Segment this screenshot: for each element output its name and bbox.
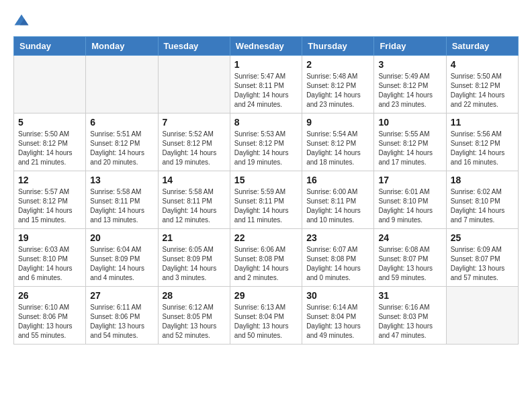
weekday-header: Tuesday — [158, 37, 230, 56]
calendar-cell: 8Sunrise: 5:53 AM Sunset: 8:12 PM Daylig… — [230, 113, 302, 171]
day-info: Sunrise: 5:47 AM Sunset: 8:11 PM Dayligh… — [234, 72, 298, 109]
day-info: Sunrise: 5:50 AM Sunset: 8:12 PM Dayligh… — [451, 72, 514, 109]
day-number: 5 — [18, 117, 81, 128]
calendar-cell: 26Sunrise: 6:10 AM Sunset: 8:06 PM Dayli… — [14, 287, 86, 345]
calendar-cell: 7Sunrise: 5:52 AM Sunset: 8:12 PM Daylig… — [158, 113, 230, 171]
calendar-cell: 31Sunrise: 6:16 AM Sunset: 8:03 PM Dayli… — [374, 287, 446, 345]
calendar-cell: 24Sunrise: 6:08 AM Sunset: 8:07 PM Dayli… — [374, 229, 446, 287]
day-number: 2 — [306, 59, 369, 70]
day-number: 31 — [378, 290, 441, 301]
weekday-header: Sunday — [14, 37, 86, 56]
day-info: Sunrise: 6:08 AM Sunset: 8:07 PM Dayligh… — [378, 245, 441, 283]
calendar-cell: 11Sunrise: 5:56 AM Sunset: 8:12 PM Dayli… — [446, 113, 518, 171]
weekday-header: Thursday — [302, 37, 374, 56]
day-info: Sunrise: 6:05 AM Sunset: 8:09 PM Dayligh… — [163, 245, 226, 283]
calendar-cell: 2Sunrise: 5:48 AM Sunset: 8:12 PM Daylig… — [302, 56, 374, 113]
calendar-cell: 13Sunrise: 5:58 AM Sunset: 8:11 PM Dayli… — [86, 171, 158, 229]
calendar-header-row: SundayMondayTuesdayWednesdayThursdayFrid… — [14, 37, 519, 56]
day-number: 4 — [451, 59, 514, 70]
day-number: 25 — [451, 232, 514, 243]
day-info: Sunrise: 6:14 AM Sunset: 8:04 PM Dayligh… — [306, 303, 369, 340]
day-info: Sunrise: 6:09 AM Sunset: 8:07 PM Dayligh… — [451, 245, 514, 283]
calendar-week-row: 5Sunrise: 5:50 AM Sunset: 8:12 PM Daylig… — [14, 113, 519, 171]
day-number: 24 — [378, 232, 441, 243]
day-info: Sunrise: 5:51 AM Sunset: 8:12 PM Dayligh… — [90, 130, 153, 167]
calendar-cell: 14Sunrise: 5:58 AM Sunset: 8:11 PM Dayli… — [158, 171, 230, 229]
day-number: 26 — [18, 290, 81, 301]
day-number: 13 — [90, 175, 153, 185]
day-number: 17 — [378, 175, 441, 185]
day-info: Sunrise: 5:58 AM Sunset: 8:11 PM Dayligh… — [90, 187, 153, 225]
weekday-header: Friday — [374, 37, 446, 56]
calendar-cell: 30Sunrise: 6:14 AM Sunset: 8:04 PM Dayli… — [302, 287, 374, 345]
day-info: Sunrise: 6:11 AM Sunset: 8:06 PM Dayligh… — [90, 303, 153, 340]
calendar-cell: 28Sunrise: 6:12 AM Sunset: 8:05 PM Dayli… — [158, 287, 230, 345]
calendar-cell: 12Sunrise: 5:57 AM Sunset: 8:12 PM Dayli… — [14, 171, 86, 229]
day-number: 28 — [163, 290, 226, 301]
weekday-header: Monday — [86, 37, 158, 56]
calendar-cell: 17Sunrise: 6:01 AM Sunset: 8:10 PM Dayli… — [374, 171, 446, 229]
calendar-cell: 19Sunrise: 6:03 AM Sunset: 8:10 PM Dayli… — [14, 229, 86, 287]
day-info: Sunrise: 6:10 AM Sunset: 8:06 PM Dayligh… — [18, 303, 81, 340]
calendar-cell: 22Sunrise: 6:06 AM Sunset: 8:08 PM Dayli… — [230, 229, 302, 287]
calendar-cell — [86, 56, 158, 113]
calendar-cell: 3Sunrise: 5:49 AM Sunset: 8:12 PM Daylig… — [374, 56, 446, 113]
calendar-cell: 16Sunrise: 6:00 AM Sunset: 8:11 PM Dayli… — [302, 171, 374, 229]
day-info: Sunrise: 5:56 AM Sunset: 8:12 PM Dayligh… — [451, 130, 514, 167]
day-info: Sunrise: 6:04 AM Sunset: 8:09 PM Dayligh… — [90, 245, 153, 283]
calendar-cell: 6Sunrise: 5:51 AM Sunset: 8:12 PM Daylig… — [86, 113, 158, 171]
calendar-cell: 4Sunrise: 5:50 AM Sunset: 8:12 PM Daylig… — [446, 56, 518, 113]
calendar-cell: 27Sunrise: 6:11 AM Sunset: 8:06 PM Dayli… — [86, 287, 158, 345]
weekday-header: Wednesday — [230, 37, 302, 56]
day-info: Sunrise: 5:48 AM Sunset: 8:12 PM Dayligh… — [306, 72, 369, 109]
day-info: Sunrise: 6:01 AM Sunset: 8:10 PM Dayligh… — [378, 187, 441, 225]
day-number: 7 — [163, 117, 226, 128]
day-info: Sunrise: 6:06 AM Sunset: 8:08 PM Dayligh… — [234, 245, 298, 283]
day-info: Sunrise: 6:00 AM Sunset: 8:11 PM Dayligh… — [306, 187, 369, 225]
day-number: 11 — [451, 117, 514, 128]
day-number: 18 — [451, 175, 514, 185]
day-info: Sunrise: 6:16 AM Sunset: 8:03 PM Dayligh… — [378, 303, 441, 340]
day-number: 20 — [90, 232, 153, 243]
day-info: Sunrise: 5:57 AM Sunset: 8:12 PM Dayligh… — [18, 187, 81, 225]
day-number: 8 — [234, 117, 298, 128]
logo — [13, 13, 32, 30]
calendar-week-row: 26Sunrise: 6:10 AM Sunset: 8:06 PM Dayli… — [14, 287, 519, 345]
calendar-week-row: 19Sunrise: 6:03 AM Sunset: 8:10 PM Dayli… — [14, 229, 519, 287]
calendar-cell: 15Sunrise: 5:59 AM Sunset: 8:11 PM Dayli… — [230, 171, 302, 229]
day-number: 15 — [234, 175, 298, 185]
day-info: Sunrise: 5:58 AM Sunset: 8:11 PM Dayligh… — [163, 187, 226, 225]
day-number: 27 — [90, 290, 153, 301]
calendar-cell — [158, 56, 230, 113]
calendar-table: SundayMondayTuesdayWednesdayThursdayFrid… — [13, 36, 519, 345]
day-info: Sunrise: 6:13 AM Sunset: 8:04 PM Dayligh… — [234, 303, 298, 340]
calendar-cell: 25Sunrise: 6:09 AM Sunset: 8:07 PM Dayli… — [446, 229, 518, 287]
day-number: 22 — [234, 232, 298, 243]
day-number: 19 — [18, 232, 81, 243]
day-info: Sunrise: 6:12 AM Sunset: 8:05 PM Dayligh… — [163, 303, 226, 340]
day-number: 12 — [18, 175, 81, 185]
day-number: 23 — [306, 232, 369, 243]
calendar-cell: 5Sunrise: 5:50 AM Sunset: 8:12 PM Daylig… — [14, 113, 86, 171]
day-number: 14 — [163, 175, 226, 185]
day-info: Sunrise: 5:49 AM Sunset: 8:12 PM Dayligh… — [378, 72, 441, 109]
calendar-cell: 20Sunrise: 6:04 AM Sunset: 8:09 PM Dayli… — [86, 229, 158, 287]
day-info: Sunrise: 6:02 AM Sunset: 8:10 PM Dayligh… — [451, 187, 514, 225]
day-number: 16 — [306, 175, 369, 185]
day-info: Sunrise: 5:59 AM Sunset: 8:11 PM Dayligh… — [234, 187, 298, 225]
calendar-cell: 9Sunrise: 5:54 AM Sunset: 8:12 PM Daylig… — [302, 113, 374, 171]
weekday-header: Saturday — [446, 37, 518, 56]
calendar-cell — [446, 287, 518, 345]
calendar-cell — [14, 56, 86, 113]
day-number: 1 — [234, 59, 298, 70]
day-info: Sunrise: 6:03 AM Sunset: 8:10 PM Dayligh… — [18, 245, 81, 283]
day-info: Sunrise: 5:50 AM Sunset: 8:12 PM Dayligh… — [18, 130, 81, 167]
day-info: Sunrise: 5:53 AM Sunset: 8:12 PM Dayligh… — [234, 130, 298, 167]
calendar-cell: 18Sunrise: 6:02 AM Sunset: 8:10 PM Dayli… — [446, 171, 518, 229]
calendar-cell: 10Sunrise: 5:55 AM Sunset: 8:12 PM Dayli… — [374, 113, 446, 171]
calendar-cell: 29Sunrise: 6:13 AM Sunset: 8:04 PM Dayli… — [230, 287, 302, 345]
day-number: 9 — [306, 117, 369, 128]
day-number: 21 — [163, 232, 226, 243]
day-number: 30 — [306, 290, 369, 301]
day-info: Sunrise: 5:52 AM Sunset: 8:12 PM Dayligh… — [163, 130, 226, 167]
